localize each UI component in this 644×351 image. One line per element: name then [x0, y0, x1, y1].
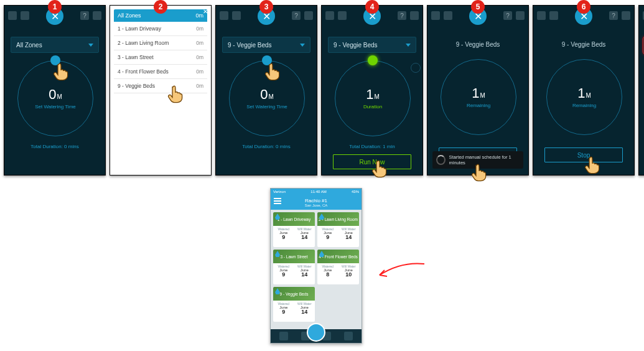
drop-icon	[275, 288, 280, 294]
dial[interactable]: 1M Remaining	[546, 59, 621, 134]
pointer-hand-icon	[371, 160, 388, 179]
app-title: Rachio #1	[305, 198, 327, 204]
zone-item[interactable]: 2 - Lawn Living Room0m	[114, 36, 207, 50]
list-icon[interactable]	[338, 11, 347, 20]
dial-minutes: 1M	[472, 87, 485, 100]
pointer-hand-icon	[167, 85, 184, 104]
remote-button[interactable]	[307, 323, 325, 342]
zone-card[interactable]: 2 - Lawn Living Room WateredJune9 Will W…	[317, 212, 359, 247]
dial-minutes: 1M	[366, 88, 380, 101]
dial[interactable]: 1M Remaining	[441, 59, 515, 134]
step-badge: 3	[259, 0, 273, 14]
zone-dropdown-title: All Zones	[118, 12, 141, 19]
zone-item[interactable]: 4 - Front Flower Beds0m	[114, 65, 207, 79]
tab-chart-icon[interactable]	[344, 332, 353, 340]
zone-selector[interactable]: All Zones	[11, 37, 99, 53]
total-duration: Total Duration: 0 mins	[216, 144, 317, 149]
help-icon[interactable]	[398, 11, 406, 20]
drop-icon	[319, 213, 324, 220]
chevron-down-icon	[406, 44, 411, 47]
clock-icon	[411, 63, 421, 73]
dial[interactable]: 1M Duration	[335, 60, 409, 135]
arrow-annotation	[376, 261, 426, 280]
zone-label: All Zones	[16, 42, 42, 49]
step-badge: 5	[471, 0, 485, 14]
list-icon[interactable]	[444, 11, 452, 20]
help-icon[interactable]	[292, 11, 301, 20]
pointer-hand-icon	[471, 164, 487, 182]
app-header: Rachio #1 San Jose, CA	[271, 195, 362, 210]
zone-label: 9 - Veggie Beds	[334, 42, 378, 49]
dial-sublabel: Remaining	[572, 103, 596, 108]
drop-icon	[275, 251, 280, 257]
tab-bar	[271, 329, 362, 343]
chart-icon[interactable]	[516, 11, 525, 20]
dial-minutes: 0M	[260, 88, 274, 101]
grid-icon[interactable]	[8, 11, 17, 20]
zones-grid: 1 - Lawn Driveway WateredJune9 Will Wate…	[271, 210, 362, 339]
step-3: 3 ✕ 9 - Veggie Beds 0M Set Watering Time…	[215, 5, 317, 176]
help-icon[interactable]	[80, 11, 89, 20]
app-location: San Jose, CA	[305, 204, 328, 207]
total-duration: Total Duration: 1 min	[322, 144, 422, 149]
spinner-icon	[436, 155, 446, 165]
dial-sublabel: Set Watering Time	[246, 104, 287, 110]
zone-card[interactable]: 1 - Lawn Driveway WateredJune9 Will Wate…	[273, 212, 315, 247]
zone-card[interactable]: 4 - Front Flower Beds WateredJune8 Will …	[317, 250, 359, 284]
zone-selector[interactable]: 9 - Veggie Beds	[328, 37, 416, 53]
zone-selector[interactable]: 9 - Veggie Beds	[222, 37, 310, 53]
list-icon[interactable]	[232, 11, 241, 20]
drop-icon	[275, 213, 280, 220]
zone-label: 9 - Veggie Beds	[228, 42, 272, 49]
drop-icon	[319, 251, 324, 257]
dial-sublabel: Set Watering Time	[35, 104, 76, 110]
zone-label-static: 9 - Veggie Beds	[539, 37, 628, 52]
list-icon[interactable]	[549, 11, 558, 20]
grid-icon[interactable]	[220, 11, 228, 20]
clock-label: 11:40 AM	[310, 190, 326, 194]
pointer-hand-icon	[53, 63, 69, 82]
grid-icon[interactable]	[325, 11, 334, 20]
chart-icon[interactable]	[410, 11, 419, 20]
status-bar: Verizon 11:40 AM 43%	[271, 189, 362, 195]
chart-icon[interactable]	[622, 11, 630, 20]
carrier-label: Verizon	[273, 190, 286, 194]
dial-sublabel: Remaining	[467, 103, 490, 108]
step-5: 5 ✕ 9 - Veggie Beds 1M Remaining Stop St…	[427, 5, 529, 176]
zone-item[interactable]: 9 - Veggie Beds0m	[114, 79, 207, 93]
step-badge: 2	[154, 0, 167, 14]
dial-knob[interactable]	[368, 55, 378, 65]
total-duration: Total Duration: 0 mins	[639, 144, 644, 149]
chevron-down-icon	[300, 44, 305, 47]
zone-item[interactable]: 1 - Lawn Driveway0m	[114, 22, 207, 36]
stop-button[interactable]: Stop	[544, 147, 623, 162]
toolbar	[639, 6, 644, 23]
grid-icon[interactable]	[537, 11, 546, 20]
step-2: 2 ✕ All Zones 0m 1 - Lawn Driveway0m 2 -…	[110, 5, 212, 176]
pointer-hand-icon	[584, 156, 600, 175]
zone-card[interactable]: 3 - Lawn Street WateredJune9 Will WaterJ…	[273, 250, 315, 284]
help-icon[interactable]	[503, 11, 512, 20]
chart-icon[interactable]	[304, 11, 313, 20]
step-badge: 4	[365, 0, 379, 14]
step-6: 6 ✕ 9 - Veggie Beds 1M Remaining Stop	[533, 5, 635, 176]
dial-minutes: 0M	[49, 88, 62, 101]
help-icon[interactable]	[609, 11, 618, 20]
zone-item[interactable]: 3 - Lawn Street0m	[114, 50, 207, 65]
step-badge: 6	[577, 0, 590, 14]
chevron-down-icon	[88, 44, 93, 47]
total-duration: Total Duration: 0 mins	[4, 144, 105, 149]
grid-icon[interactable]	[431, 11, 440, 20]
chart-icon[interactable]	[93, 11, 101, 20]
dial-sublabel: Duration	[363, 104, 382, 110]
battery-label: 43%	[352, 190, 359, 194]
step-badge: 1	[48, 0, 62, 14]
zone-card[interactable]: 9 - Veggie Beds WateredJune9 Will WaterJ…	[273, 287, 315, 322]
dial-minutes: 1M	[577, 87, 591, 100]
pointer-hand-icon	[264, 63, 281, 82]
hamburger-icon[interactable]	[274, 198, 281, 204]
step-7: ✕ All Zones 0M Set Watering Time Total D…	[638, 5, 644, 176]
step-4: 4 ✕ 9 - Veggie Beds 1M Duration Total Du…	[321, 5, 423, 176]
tab-grid-icon[interactable]	[279, 332, 288, 340]
list-icon[interactable]	[21, 11, 29, 20]
